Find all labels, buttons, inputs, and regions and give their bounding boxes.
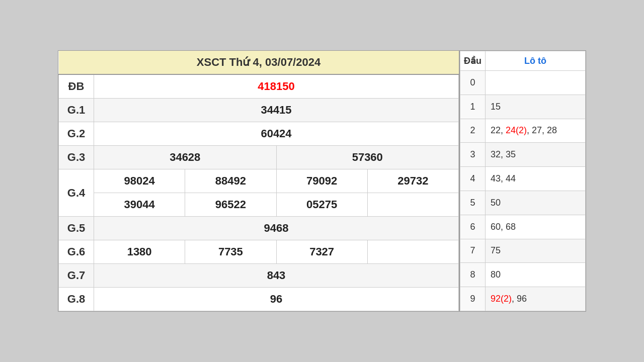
loto-values-4: 43, 44 — [486, 167, 586, 191]
loto-dau-3: 3 — [460, 143, 486, 167]
loto-row-7: 7 75 — [460, 239, 586, 263]
loto-row-8: 8 80 — [460, 263, 586, 287]
prize-g1-value: 34415 — [94, 99, 459, 122]
prize-g3-label: G.3 — [59, 146, 94, 169]
loto-dau-6: 6 — [460, 215, 486, 239]
loto-section: Đầu Lô tô 0 1 15 2 22 — [460, 51, 586, 311]
loto-values-9: 92(2), 96 — [486, 287, 586, 311]
prize-g1-row: G.1 34415 — [59, 99, 459, 122]
loto-row-3: 3 32, 35 — [460, 143, 586, 167]
prize-g4-v6: 96522 — [185, 193, 276, 217]
prize-g8-value: 96 — [94, 288, 459, 311]
loto-2-part3: , 27, 28 — [527, 125, 557, 135]
loto-loto-header: Lô tô — [486, 51, 586, 71]
prize-g3-value2: 57360 — [276, 146, 459, 169]
prize-g8-row: G.8 96 — [59, 288, 459, 311]
loto-row-1: 1 15 — [460, 95, 586, 119]
prize-g3-row: G.3 34628 57360 — [59, 146, 459, 169]
loto-row-0: 0 — [460, 71, 586, 95]
prize-g4-row1: G.4 98024 88492 79092 29732 — [59, 169, 459, 193]
prize-g4-row2: 39044 96522 05275 — [59, 193, 459, 217]
prize-g2-row: G.2 60424 — [59, 122, 459, 146]
loto-values-0 — [486, 71, 586, 95]
loto-2-part2-red: 24(2) — [506, 125, 527, 135]
loto-values-8: 80 — [486, 263, 586, 287]
prize-db-row: ĐB 418150 — [59, 74, 459, 99]
prize-g6-label: G.6 — [59, 240, 94, 264]
lottery-results: XSCT Thứ 4, 03/07/2024 ĐB 418150 G.1 344… — [58, 51, 460, 311]
loto-values-7: 75 — [486, 239, 586, 263]
prize-db-value: 418150 — [94, 74, 459, 99]
prize-g8-label: G.8 — [59, 288, 94, 311]
loto-values-2: 22, 24(2), 27, 28 — [486, 119, 586, 143]
prize-g6-v2: 7735 — [185, 240, 276, 264]
prize-g4-v7: 05275 — [276, 193, 367, 217]
prize-db-label: ĐB — [59, 74, 94, 99]
prize-g6-row: G.6 1380 7735 7327 — [59, 240, 459, 264]
prize-g3-value1: 34628 — [94, 146, 277, 169]
prize-g2-label: G.2 — [59, 122, 94, 146]
loto-dau-7: 7 — [460, 239, 486, 263]
prize-g4-label: G.4 — [59, 169, 94, 217]
loto-dau-0: 0 — [460, 71, 486, 95]
prize-g4-v5: 39044 — [94, 193, 185, 217]
loto-9-part1-red: 92(2) — [491, 294, 512, 304]
prize-g4-v8 — [367, 193, 458, 217]
loto-dau-8: 8 — [460, 263, 486, 287]
page-title: XSCT Thứ 4, 03/07/2024 — [59, 51, 459, 74]
prize-g1-label: G.1 — [59, 99, 94, 122]
prize-g5-value: 9468 — [94, 217, 459, 240]
prize-g6-v4 — [367, 240, 458, 264]
loto-values-1: 15 — [486, 95, 586, 119]
prize-g5-label: G.5 — [59, 217, 94, 240]
loto-row-9: 9 92(2), 96 — [460, 287, 586, 311]
loto-dau-header: Đầu — [460, 51, 486, 71]
loto-9-part2: , 96 — [512, 294, 527, 304]
prize-g6-v3: 7327 — [276, 240, 367, 264]
main-container: XSCT Thứ 4, 03/07/2024 ĐB 418150 G.1 344… — [58, 50, 586, 312]
loto-row-2: 2 22, 24(2), 27, 28 — [460, 119, 586, 143]
prize-g7-row: G.7 843 — [59, 264, 459, 288]
loto-dau-9: 9 — [460, 287, 486, 311]
prize-g2-value: 60424 — [94, 122, 459, 146]
loto-dau-5: 5 — [460, 191, 486, 215]
prize-g4-v4: 29732 — [367, 169, 458, 193]
loto-2-part1: 22, — [491, 125, 506, 135]
loto-values-5: 50 — [486, 191, 586, 215]
loto-row-6: 6 60, 68 — [460, 215, 586, 239]
loto-dau-2: 2 — [460, 119, 486, 143]
prize-g7-value: 843 — [94, 264, 459, 288]
loto-values-6: 60, 68 — [486, 215, 586, 239]
prize-g7-label: G.7 — [59, 264, 94, 288]
prize-g4-v2: 88492 — [185, 169, 276, 193]
loto-dau-4: 4 — [460, 167, 486, 191]
loto-values-3: 32, 35 — [486, 143, 586, 167]
loto-dau-1: 1 — [460, 95, 486, 119]
prize-g6-v1: 1380 — [94, 240, 185, 264]
loto-row-5: 5 50 — [460, 191, 586, 215]
loto-row-4: 4 43, 44 — [460, 167, 586, 191]
prize-g4-v3: 79092 — [276, 169, 367, 193]
prize-g4-v1: 98024 — [94, 169, 185, 193]
prize-g5-row: G.5 9468 — [59, 217, 459, 240]
